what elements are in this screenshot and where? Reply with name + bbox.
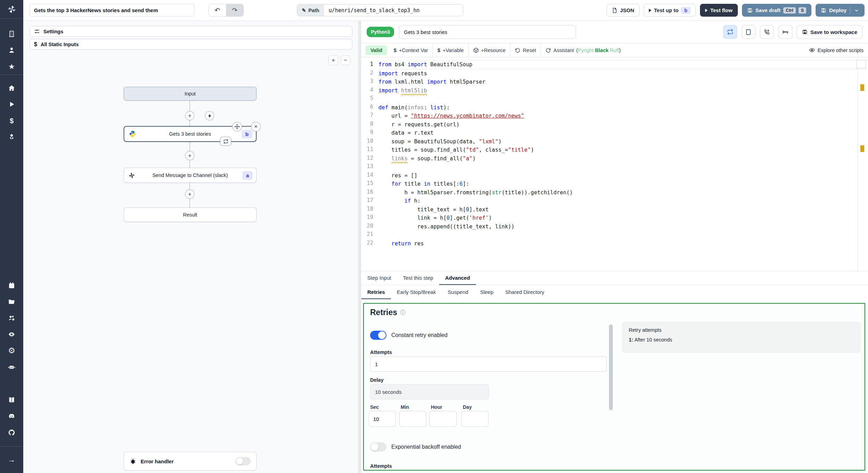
save-draft-button[interactable]: Save draft Ctrl S xyxy=(742,4,811,17)
fullscreen-button[interactable] xyxy=(742,25,756,39)
sidebar-item-github[interactable] xyxy=(0,424,23,441)
move-step-button[interactable] xyxy=(232,122,242,132)
trigger-bolt-button[interactable] xyxy=(205,111,214,120)
exponential-backoff-row: Exponential backoff enabled xyxy=(370,442,461,451)
restart-editor-button[interactable] xyxy=(723,25,737,39)
sidebar-item-variables[interactable]: $ xyxy=(0,112,23,129)
rotate-ccw-icon xyxy=(515,48,520,53)
button-divider xyxy=(850,7,850,14)
sidebar-item-home[interactable] xyxy=(0,80,23,96)
add-context-var-button[interactable]: $ +Context Var xyxy=(389,48,433,53)
min-label: Min xyxy=(401,404,409,410)
exponential-backoff-toggle[interactable] xyxy=(370,442,386,451)
retries-panel: Retries ⓘ Constant retry enabled Attempt… xyxy=(363,303,865,471)
hour-input[interactable] xyxy=(429,411,457,427)
undo-button[interactable]: ↶ xyxy=(209,4,226,16)
test-up-to-button[interactable]: Test up to b xyxy=(644,4,696,17)
step-title-input[interactable] xyxy=(399,25,576,39)
flow-node-result[interactable]: Result xyxy=(124,208,257,222)
json-button[interactable]: JSON xyxy=(607,4,640,17)
path-chip[interactable]: ✎ Path u/henri/send_to_slack_top3_hn xyxy=(297,4,463,16)
add-step-button[interactable]: + xyxy=(185,151,194,160)
sidebar-collapse-button[interactable]: → xyxy=(0,447,23,473)
sidebar-item-runs[interactable] xyxy=(0,96,23,112)
flow-node-step-a[interactable]: Send Message to Channel (slack) a xyxy=(124,168,257,183)
deploy-button[interactable]: Deploy xyxy=(816,4,865,17)
tab-test-this-step[interactable]: Test this step xyxy=(397,271,439,285)
sidebar-item-docs[interactable] xyxy=(0,392,23,408)
sidebar-item-workspace[interactable] xyxy=(0,26,23,42)
redo-button[interactable]: ↷ xyxy=(226,4,243,16)
zoom-in-button[interactable]: + xyxy=(328,56,338,65)
sidebar-item-ai[interactable] xyxy=(0,359,23,375)
zoom-out-button[interactable]: − xyxy=(341,56,350,65)
delay-input[interactable] xyxy=(370,384,489,399)
constant-retry-toggle[interactable] xyxy=(370,331,386,340)
sec-input[interactable] xyxy=(369,411,396,427)
info-icon[interactable]: ⓘ xyxy=(400,309,406,316)
sidebar-item-resources[interactable] xyxy=(0,129,23,145)
subtab-retries[interactable]: Retries xyxy=(361,285,391,299)
minimap-slider[interactable] xyxy=(856,60,866,68)
add-resource-button[interactable]: +Resource xyxy=(469,48,510,53)
code-editor[interactable]: 12345678910111213141516171819202122 from… xyxy=(361,57,868,271)
flow-settings-button[interactable]: Settings xyxy=(30,26,352,37)
sleep-bed-button[interactable] xyxy=(778,25,792,39)
arrow-right-icon: → xyxy=(8,456,16,464)
reset-button[interactable]: Reset xyxy=(510,48,541,53)
sidebar-item-groups[interactable] xyxy=(0,310,23,326)
attempts-input[interactable] xyxy=(370,356,607,372)
retry-summary-title: Retry attempts xyxy=(629,327,854,333)
retries-section: Retries ⓘ Constant retry enabled Attempt… xyxy=(361,299,868,473)
subtab-shared-directory[interactable]: Shared Directory xyxy=(499,285,550,299)
dollar-icon: $ xyxy=(34,41,37,48)
flow-node-input[interactable]: Input xyxy=(124,87,257,101)
restart-step-button[interactable] xyxy=(220,137,231,146)
save-to-workspace-button[interactable]: Save to workspace xyxy=(797,25,862,39)
assistant-black: Black xyxy=(595,48,609,53)
test-flow-button[interactable]: Test flow xyxy=(700,4,738,17)
attempts-label-2: Attempts xyxy=(370,463,392,469)
flow-graph-panel: Settings $ All Static Inputs + − Input + xyxy=(23,21,358,473)
tab-advanced[interactable]: Advanced xyxy=(439,271,476,285)
code-lines[interactable]: from bs4 import BeautifulSoupimport requ… xyxy=(378,60,868,271)
delete-step-button[interactable]: × xyxy=(251,122,261,132)
flow-title-input[interactable] xyxy=(30,4,194,17)
explore-other-scripts-button[interactable]: Explore other scripts xyxy=(809,47,863,53)
attempts-label: Attempts xyxy=(370,349,392,355)
retries-scrollbar[interactable] xyxy=(609,324,613,410)
sidebar-item-favorites[interactable]: ★ xyxy=(0,58,23,75)
dollar-icon: $ xyxy=(437,48,440,53)
add-step-button[interactable]: + xyxy=(185,189,194,199)
sidebar-item-discord[interactable] xyxy=(0,408,23,424)
retry-summary-box: Retry attempts 1: After 10 seconds xyxy=(622,322,860,353)
all-static-inputs-button[interactable]: $ All Static Inputs xyxy=(30,39,352,50)
star-icon: ★ xyxy=(8,63,15,70)
sidebar-item-schedules[interactable] xyxy=(0,277,23,294)
warning-marker[interactable] xyxy=(860,145,864,152)
windmill-logo-icon[interactable] xyxy=(0,0,23,19)
library-call-button[interactable] xyxy=(760,25,774,39)
path-value[interactable]: u/henri/send_to_slack_top3_hn xyxy=(324,5,463,16)
subtab-suspend[interactable]: Suspend xyxy=(442,285,474,299)
assistant-button[interactable]: Assistant (Pyright Black Ruff) xyxy=(541,48,625,53)
add-variable-button[interactable]: $ +Variable xyxy=(433,48,468,53)
day-input[interactable] xyxy=(461,411,489,427)
error-handler-toggle[interactable] xyxy=(235,457,251,465)
add-step-button[interactable]: + xyxy=(185,111,194,120)
sidebar-item-audit-logs[interactable] xyxy=(0,326,23,343)
tab-step-input[interactable]: Step Input xyxy=(361,271,397,285)
step-badge: b xyxy=(681,7,691,14)
subtab-early-stop[interactable]: Early Stop/Break xyxy=(391,285,442,299)
save-icon xyxy=(821,8,826,13)
sidebar-item-user[interactable] xyxy=(0,42,23,58)
sidebar-item-folders[interactable] xyxy=(0,294,23,310)
flow-node-step-b[interactable]: Gets 3 best stories b × xyxy=(124,126,257,142)
subtab-sleep[interactable]: Sleep xyxy=(474,285,499,299)
chevron-down-icon[interactable] xyxy=(854,8,859,13)
panel-splitter[interactable] xyxy=(358,21,361,473)
error-handler-node[interactable]: Error handler xyxy=(124,452,257,471)
sidebar-item-settings[interactable]: ⚙ xyxy=(0,343,23,359)
min-input[interactable] xyxy=(399,411,426,427)
warning-marker[interactable] xyxy=(860,84,864,91)
